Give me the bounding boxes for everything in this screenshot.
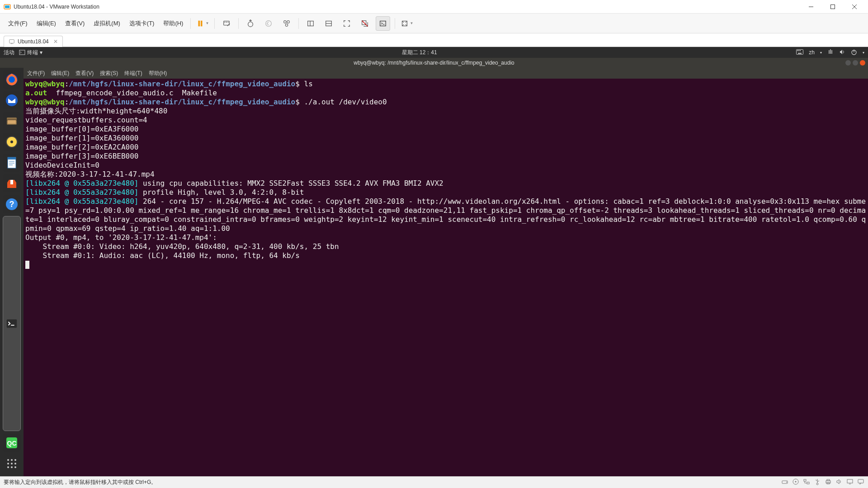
launcher-show-apps[interactable] xyxy=(3,455,21,473)
fullscreen-button[interactable] xyxy=(340,16,354,31)
terminal-indicator[interactable]: 终端 ▾ xyxy=(19,49,42,56)
svg-rect-7 xyxy=(201,20,203,26)
svg-rect-53 xyxy=(7,319,17,328)
svg-rect-70 xyxy=(804,479,806,481)
svg-point-17 xyxy=(286,23,288,26)
launcher-terminal[interactable] xyxy=(3,216,21,431)
svg-line-23 xyxy=(362,20,368,26)
svg-point-58 xyxy=(11,459,13,461)
terminal-title-text: wbyq@wbyq: /mnt/hgfs/linux-share-dir/lin… xyxy=(354,60,514,66)
menu-help[interactable]: 帮助(H) xyxy=(159,18,188,29)
tray-display-icon[interactable] xyxy=(846,478,854,487)
svg-rect-79 xyxy=(858,479,863,483)
terminal-icon xyxy=(19,49,25,56)
svg-point-38 xyxy=(6,94,18,106)
svg-rect-28 xyxy=(19,50,25,55)
snapshot-take-button[interactable] xyxy=(243,16,258,31)
svg-point-72 xyxy=(816,483,818,485)
svg-point-44 xyxy=(10,141,13,143)
svg-rect-3 xyxy=(831,5,835,9)
term-menu-edit[interactable]: 编辑(E) xyxy=(51,70,69,77)
menu-tabs[interactable]: 选项卡(T) xyxy=(125,18,159,29)
svg-rect-71 xyxy=(807,482,809,484)
layout-multi-button[interactable] xyxy=(321,16,336,31)
status-text: 要将输入定向到该虚拟机，请将鼠标指针移入其中或按 Ctrl+G。 xyxy=(4,479,156,486)
svg-rect-32 xyxy=(800,50,801,51)
separator xyxy=(214,18,215,29)
layout-single-button[interactable] xyxy=(303,16,318,31)
vm-display[interactable]: 活动 终端 ▾ 星期二 12：41 zh▾ ▾ wbyq@wbyq: /mnt/… xyxy=(0,47,868,476)
statusbar: 要将输入定向到该虚拟机，请将鼠标指针移入其中或按 Ctrl+G。 xyxy=(0,476,868,488)
separator xyxy=(298,18,299,29)
network-icon[interactable] xyxy=(827,49,834,56)
terminal-content[interactable]: wbyq@wbyq:/mnt/hgfs/linux-share-dir/linu… xyxy=(24,79,868,476)
svg-point-60 xyxy=(7,463,9,465)
launcher-qtcreator[interactable]: QC xyxy=(3,434,21,452)
ubuntu-topbar: 活动 终端 ▾ 星期二 12：41 zh▾ ▾ xyxy=(0,47,868,58)
unity-button[interactable] xyxy=(358,16,372,31)
terminal-indicator-label: 终端 xyxy=(27,49,38,56)
maximize-button[interactable] xyxy=(826,2,839,12)
term-minimize-icon[interactable] xyxy=(845,60,851,66)
term-menu-search[interactable]: 搜索(S) xyxy=(100,70,118,77)
tray-message-icon[interactable] xyxy=(857,478,864,487)
term-menu-help[interactable]: 帮助(H) xyxy=(149,70,167,77)
send-ctrl-alt-del-button[interactable] xyxy=(219,16,234,31)
launcher-software[interactable] xyxy=(3,174,21,192)
launcher-files[interactable] xyxy=(3,112,21,130)
svg-point-61 xyxy=(11,463,13,465)
launcher-firefox[interactable] xyxy=(3,70,21,89)
close-button[interactable] xyxy=(848,2,861,12)
svg-point-37 xyxy=(9,76,15,83)
tray-network-icon[interactable] xyxy=(803,478,810,487)
menu-file[interactable]: 文件(F) xyxy=(4,18,32,29)
tray-disk-icon[interactable] xyxy=(781,478,788,487)
svg-rect-9 xyxy=(225,22,226,23)
term-close-icon[interactable] xyxy=(860,60,865,66)
suspend-button[interactable]: ▼ xyxy=(195,16,210,31)
svg-rect-10 xyxy=(226,22,227,23)
launcher-writer[interactable] xyxy=(3,154,21,172)
tab-close-icon[interactable]: ✕ xyxy=(53,38,58,45)
tabbar: Ubuntu18.04 ✕ xyxy=(0,33,868,47)
snapshot-revert-button[interactable] xyxy=(261,16,276,31)
tray-sound-icon[interactable] xyxy=(835,478,843,487)
menu-edit[interactable]: 编辑(E) xyxy=(32,18,61,29)
ubuntu-clock[interactable]: 星期二 12：41 xyxy=(42,49,796,56)
launcher-rhythmbox[interactable] xyxy=(3,133,21,151)
ubuntu-launcher: ? QC xyxy=(0,68,24,476)
svg-rect-33 xyxy=(798,53,802,54)
term-menu-view[interactable]: 查看(V) xyxy=(75,70,94,77)
lang-indicator[interactable]: zh xyxy=(809,49,815,56)
svg-rect-50 xyxy=(10,180,13,184)
tray-usb-icon[interactable] xyxy=(814,478,821,487)
power-icon[interactable] xyxy=(851,49,857,56)
console-button[interactable] xyxy=(376,16,390,31)
svg-rect-41 xyxy=(8,120,16,124)
svg-rect-30 xyxy=(797,50,798,51)
svg-point-63 xyxy=(7,466,9,468)
launcher-thunderbird[interactable] xyxy=(3,91,21,109)
menu-view[interactable]: 查看(V) xyxy=(61,18,89,29)
svg-point-64 xyxy=(11,466,13,468)
volume-icon[interactable] xyxy=(839,49,845,56)
minimize-button[interactable] xyxy=(805,2,817,12)
svg-rect-77 xyxy=(847,479,853,483)
svg-point-14 xyxy=(266,20,272,26)
menu-vm[interactable]: 虚拟机(M) xyxy=(89,18,125,29)
activities-button[interactable]: 活动 xyxy=(4,49,14,56)
svg-point-65 xyxy=(14,466,16,468)
keyboard-icon[interactable] xyxy=(796,49,803,56)
terminal-window-title: wbyq@wbyq: /mnt/hgfs/linux-share-dir/lin… xyxy=(0,58,868,68)
svg-point-13 xyxy=(248,22,253,27)
stretch-button[interactable]: ▼ xyxy=(400,16,414,31)
tray-cd-icon[interactable] xyxy=(792,478,799,487)
snapshot-manage-button[interactable] xyxy=(279,16,294,31)
svg-rect-1 xyxy=(5,5,9,8)
launcher-help[interactable]: ? xyxy=(3,195,21,213)
term-menu-file[interactable]: 文件(F) xyxy=(27,70,45,77)
term-maximize-icon[interactable] xyxy=(853,60,858,66)
tray-printer-icon[interactable] xyxy=(825,478,832,487)
term-menu-terminal[interactable]: 终端(T) xyxy=(124,70,142,77)
vm-tab[interactable]: Ubuntu18.04 ✕ xyxy=(4,36,63,47)
